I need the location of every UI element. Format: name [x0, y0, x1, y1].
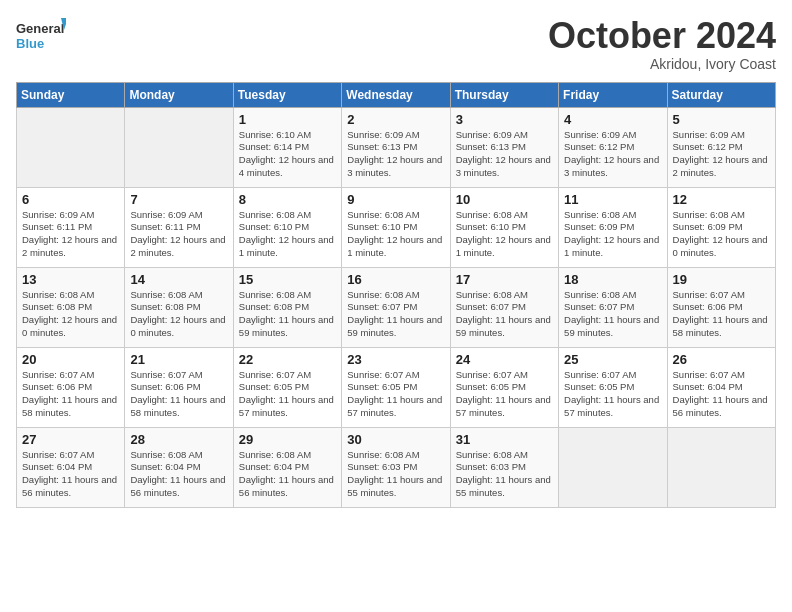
logo-icon: General Blue — [16, 16, 66, 56]
calendar-cell: 5Sunrise: 6:09 AM Sunset: 6:12 PM Daylig… — [667, 107, 775, 187]
weekday-saturday: Saturday — [667, 82, 775, 107]
weekday-tuesday: Tuesday — [233, 82, 341, 107]
calendar-cell: 29Sunrise: 6:08 AM Sunset: 6:04 PM Dayli… — [233, 427, 341, 507]
day-info: Sunrise: 6:08 AM Sunset: 6:08 PM Dayligh… — [22, 289, 119, 340]
day-info: Sunrise: 6:08 AM Sunset: 6:10 PM Dayligh… — [456, 209, 553, 260]
day-number: 14 — [130, 272, 227, 287]
day-info: Sunrise: 6:08 AM Sunset: 6:07 PM Dayligh… — [456, 289, 553, 340]
weekday-sunday: Sunday — [17, 82, 125, 107]
location-subtitle: Akridou, Ivory Coast — [548, 56, 776, 72]
day-info: Sunrise: 6:07 AM Sunset: 6:06 PM Dayligh… — [22, 369, 119, 420]
day-number: 9 — [347, 192, 444, 207]
calendar-cell: 6Sunrise: 6:09 AM Sunset: 6:11 PM Daylig… — [17, 187, 125, 267]
calendar-cell: 12Sunrise: 6:08 AM Sunset: 6:09 PM Dayli… — [667, 187, 775, 267]
day-number: 23 — [347, 352, 444, 367]
calendar-cell: 2Sunrise: 6:09 AM Sunset: 6:13 PM Daylig… — [342, 107, 450, 187]
calendar-cell: 9Sunrise: 6:08 AM Sunset: 6:10 PM Daylig… — [342, 187, 450, 267]
calendar-cell: 25Sunrise: 6:07 AM Sunset: 6:05 PM Dayli… — [559, 347, 667, 427]
weekday-monday: Monday — [125, 82, 233, 107]
day-number: 15 — [239, 272, 336, 287]
calendar-cell: 10Sunrise: 6:08 AM Sunset: 6:10 PM Dayli… — [450, 187, 558, 267]
day-number: 12 — [673, 192, 770, 207]
calendar-cell: 26Sunrise: 6:07 AM Sunset: 6:04 PM Dayli… — [667, 347, 775, 427]
day-number: 25 — [564, 352, 661, 367]
day-info: Sunrise: 6:09 AM Sunset: 6:12 PM Dayligh… — [564, 129, 661, 180]
calendar-cell: 23Sunrise: 6:07 AM Sunset: 6:05 PM Dayli… — [342, 347, 450, 427]
weekday-friday: Friday — [559, 82, 667, 107]
day-number: 13 — [22, 272, 119, 287]
day-number: 31 — [456, 432, 553, 447]
weekday-thursday: Thursday — [450, 82, 558, 107]
day-number: 5 — [673, 112, 770, 127]
day-info: Sunrise: 6:08 AM Sunset: 6:03 PM Dayligh… — [347, 449, 444, 500]
calendar-table: SundayMondayTuesdayWednesdayThursdayFrid… — [16, 82, 776, 508]
day-number: 30 — [347, 432, 444, 447]
calendar-cell: 24Sunrise: 6:07 AM Sunset: 6:05 PM Dayli… — [450, 347, 558, 427]
day-info: Sunrise: 6:07 AM Sunset: 6:06 PM Dayligh… — [130, 369, 227, 420]
logo: General Blue — [16, 16, 66, 56]
calendar-cell: 21Sunrise: 6:07 AM Sunset: 6:06 PM Dayli… — [125, 347, 233, 427]
day-number: 11 — [564, 192, 661, 207]
day-number: 16 — [347, 272, 444, 287]
day-number: 10 — [456, 192, 553, 207]
calendar-cell: 7Sunrise: 6:09 AM Sunset: 6:11 PM Daylig… — [125, 187, 233, 267]
svg-text:Blue: Blue — [16, 36, 44, 51]
calendar-cell: 4Sunrise: 6:09 AM Sunset: 6:12 PM Daylig… — [559, 107, 667, 187]
calendar-cell: 13Sunrise: 6:08 AM Sunset: 6:08 PM Dayli… — [17, 267, 125, 347]
day-number: 6 — [22, 192, 119, 207]
title-area: October 2024 Akridou, Ivory Coast — [548, 16, 776, 72]
calendar-cell: 31Sunrise: 6:08 AM Sunset: 6:03 PM Dayli… — [450, 427, 558, 507]
day-number: 26 — [673, 352, 770, 367]
day-number: 27 — [22, 432, 119, 447]
calendar-cell: 19Sunrise: 6:07 AM Sunset: 6:06 PM Dayli… — [667, 267, 775, 347]
day-info: Sunrise: 6:08 AM Sunset: 6:08 PM Dayligh… — [239, 289, 336, 340]
day-info: Sunrise: 6:08 AM Sunset: 6:10 PM Dayligh… — [239, 209, 336, 260]
day-number: 8 — [239, 192, 336, 207]
calendar-cell — [125, 107, 233, 187]
day-info: Sunrise: 6:09 AM Sunset: 6:12 PM Dayligh… — [673, 129, 770, 180]
day-info: Sunrise: 6:09 AM Sunset: 6:13 PM Dayligh… — [456, 129, 553, 180]
day-info: Sunrise: 6:07 AM Sunset: 6:05 PM Dayligh… — [347, 369, 444, 420]
day-number: 21 — [130, 352, 227, 367]
day-info: Sunrise: 6:08 AM Sunset: 6:09 PM Dayligh… — [564, 209, 661, 260]
day-info: Sunrise: 6:07 AM Sunset: 6:05 PM Dayligh… — [564, 369, 661, 420]
day-info: Sunrise: 6:08 AM Sunset: 6:03 PM Dayligh… — [456, 449, 553, 500]
weekday-wednesday: Wednesday — [342, 82, 450, 107]
day-number: 24 — [456, 352, 553, 367]
day-number: 4 — [564, 112, 661, 127]
calendar-cell: 28Sunrise: 6:08 AM Sunset: 6:04 PM Dayli… — [125, 427, 233, 507]
day-number: 28 — [130, 432, 227, 447]
calendar-cell — [17, 107, 125, 187]
day-info: Sunrise: 6:07 AM Sunset: 6:04 PM Dayligh… — [673, 369, 770, 420]
day-info: Sunrise: 6:09 AM Sunset: 6:11 PM Dayligh… — [130, 209, 227, 260]
day-info: Sunrise: 6:08 AM Sunset: 6:08 PM Dayligh… — [130, 289, 227, 340]
calendar-cell: 1Sunrise: 6:10 AM Sunset: 6:14 PM Daylig… — [233, 107, 341, 187]
calendar-cell: 15Sunrise: 6:08 AM Sunset: 6:08 PM Dayli… — [233, 267, 341, 347]
calendar-cell: 11Sunrise: 6:08 AM Sunset: 6:09 PM Dayli… — [559, 187, 667, 267]
calendar-cell: 18Sunrise: 6:08 AM Sunset: 6:07 PM Dayli… — [559, 267, 667, 347]
day-number: 2 — [347, 112, 444, 127]
day-number: 7 — [130, 192, 227, 207]
day-info: Sunrise: 6:08 AM Sunset: 6:04 PM Dayligh… — [239, 449, 336, 500]
calendar-cell: 20Sunrise: 6:07 AM Sunset: 6:06 PM Dayli… — [17, 347, 125, 427]
day-info: Sunrise: 6:09 AM Sunset: 6:13 PM Dayligh… — [347, 129, 444, 180]
calendar-cell: 16Sunrise: 6:08 AM Sunset: 6:07 PM Dayli… — [342, 267, 450, 347]
calendar-cell: 8Sunrise: 6:08 AM Sunset: 6:10 PM Daylig… — [233, 187, 341, 267]
day-info: Sunrise: 6:10 AM Sunset: 6:14 PM Dayligh… — [239, 129, 336, 180]
calendar-cell — [559, 427, 667, 507]
day-info: Sunrise: 6:09 AM Sunset: 6:11 PM Dayligh… — [22, 209, 119, 260]
day-number: 29 — [239, 432, 336, 447]
day-number: 18 — [564, 272, 661, 287]
day-info: Sunrise: 6:08 AM Sunset: 6:07 PM Dayligh… — [347, 289, 444, 340]
day-info: Sunrise: 6:08 AM Sunset: 6:07 PM Dayligh… — [564, 289, 661, 340]
day-number: 20 — [22, 352, 119, 367]
day-info: Sunrise: 6:08 AM Sunset: 6:10 PM Dayligh… — [347, 209, 444, 260]
day-info: Sunrise: 6:07 AM Sunset: 6:05 PM Dayligh… — [456, 369, 553, 420]
day-info: Sunrise: 6:08 AM Sunset: 6:04 PM Dayligh… — [130, 449, 227, 500]
calendar-cell — [667, 427, 775, 507]
day-info: Sunrise: 6:08 AM Sunset: 6:09 PM Dayligh… — [673, 209, 770, 260]
day-number: 19 — [673, 272, 770, 287]
month-title: October 2024 — [548, 16, 776, 56]
calendar-cell: 22Sunrise: 6:07 AM Sunset: 6:05 PM Dayli… — [233, 347, 341, 427]
calendar-cell: 30Sunrise: 6:08 AM Sunset: 6:03 PM Dayli… — [342, 427, 450, 507]
